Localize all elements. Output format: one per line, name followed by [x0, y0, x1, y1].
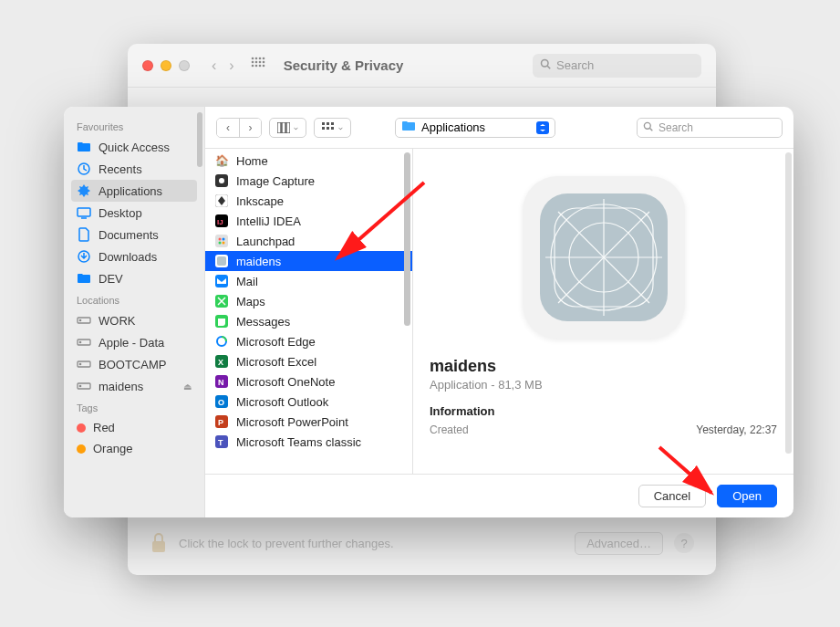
bg-search-placeholder: Search [556, 58, 594, 72]
dialog-search[interactable]: Search [637, 118, 783, 138]
list-item[interactable]: OMicrosoft Outlook [205, 392, 412, 412]
sidebar-label: Orange [93, 442, 132, 455]
help-button[interactable]: ? [674, 533, 694, 553]
svg-rect-32 [322, 127, 325, 130]
close-icon[interactable] [142, 60, 153, 71]
list-item[interactable]: Image Capture [205, 171, 412, 191]
svg-text:O: O [218, 398, 224, 407]
sidebar-tag-orange[interactable]: Orange [64, 438, 204, 459]
disk-icon [77, 379, 91, 393]
window-controls[interactable] [142, 60, 190, 71]
sidebar-scrollbar[interactable] [197, 112, 202, 167]
eject-icon[interactable]: ⏏ [183, 381, 192, 392]
list-item[interactable]: Inkscape [205, 191, 412, 211]
svg-point-7 [262, 60, 264, 63]
clock-icon [77, 162, 91, 176]
sidebar-label: BOOTCAMP [99, 358, 166, 371]
list-item[interactable]: IJIntelliJ IDEA [205, 211, 412, 231]
grid-icon[interactable] [251, 57, 265, 75]
sidebar-label: Apple - Data [99, 336, 164, 350]
dialog-toolbar: ‹ › ⌵ ⌵ Applications Search [205, 107, 793, 149]
list-item[interactable]: 🏠Home [205, 151, 412, 171]
sidebar-label: DEV [99, 272, 123, 286]
sidebar-item-documents[interactable]: Documents [64, 224, 204, 246]
sidebar-label: maidens [99, 380, 143, 393]
svg-rect-31 [331, 122, 334, 125]
bg-search[interactable]: Search [533, 54, 701, 78]
list-item[interactable]: NMicrosoft OneNote [205, 371, 412, 392]
svg-point-21 [79, 341, 80, 342]
list-label: Inkscape [236, 194, 284, 208]
app-icon [214, 274, 229, 288]
app-icon [214, 173, 229, 188]
list-label: Microsoft Edge [236, 335, 316, 349]
sidebar-label: Desktop [99, 206, 142, 220]
list-item[interactable]: PMicrosoft PowerPoint [205, 412, 412, 432]
sidebar-label: Recents [99, 162, 142, 176]
sidebar-item-quick-access[interactable]: Quick Access [64, 136, 204, 158]
list-item[interactable]: Messages [205, 311, 412, 331]
minimize-icon[interactable] [161, 60, 171, 71]
list-scrollbar[interactable] [404, 152, 410, 326]
disk-icon [77, 335, 91, 350]
cancel-button[interactable]: Cancel [638, 485, 706, 507]
svg-line-36 [650, 128, 653, 131]
lock-icon[interactable] [150, 532, 168, 554]
apps-icon [77, 183, 91, 198]
sidebar-item-applications[interactable]: Applications [71, 180, 197, 202]
back-icon[interactable]: ‹ [208, 56, 220, 76]
list-item[interactable]: XMicrosoft Excel [205, 351, 412, 371]
sidebar-item-downloads[interactable]: Downloads [64, 246, 204, 267]
list-label: Microsoft Outlook [236, 395, 328, 409]
app-icon [214, 294, 229, 308]
open-button[interactable]: Open [717, 485, 777, 507]
svg-rect-16 [78, 208, 90, 216]
sidebar-item-apple-data[interactable]: Apple - Data [64, 331, 204, 353]
sidebar-item-recents[interactable]: Recents [64, 158, 204, 180]
forward-button[interactable]: › [239, 119, 261, 137]
sidebar-item-bootcamp[interactable]: BOOTCAMP [64, 353, 204, 375]
list-item[interactable]: TMicrosoft Teams classic [205, 432, 412, 452]
preview-scrollbar[interactable] [785, 152, 792, 454]
sidebar-item-dev[interactable]: DEV [64, 267, 204, 289]
app-icon [214, 334, 229, 349]
forward-icon[interactable]: › [225, 56, 237, 76]
app-icon: IJ [214, 214, 229, 228]
svg-point-23 [79, 363, 80, 364]
svg-point-2 [258, 57, 261, 59]
svg-text:X: X [218, 358, 223, 367]
view-columns-button[interactable]: ⌵ [269, 118, 306, 138]
columns-icon [277, 122, 290, 133]
svg-rect-26 [277, 122, 281, 133]
svg-point-46 [223, 242, 225, 245]
sidebar-label: Applications [99, 184, 162, 198]
list-item[interactable]: Mail [205, 271, 412, 291]
list-item[interactable]: Microsoft Edge [205, 331, 412, 351]
section-favourites: Favourites [64, 116, 204, 136]
app-icon: N [214, 374, 229, 389]
advanced-button[interactable]: Advanced… [575, 532, 663, 555]
sidebar-item-desktop[interactable]: Desktop [64, 202, 204, 224]
back-button[interactable]: ‹ [217, 119, 239, 137]
list-item[interactable]: Maps [205, 291, 412, 311]
list-item[interactable]: Launchpad [205, 231, 412, 251]
zoom-icon[interactable] [179, 60, 190, 71]
search-icon [643, 121, 653, 134]
view-options-button[interactable]: ⌵ [314, 118, 351, 138]
preview-name: maidens [430, 357, 777, 376]
location-label: Applications [421, 120, 485, 134]
sidebar-item-work[interactable]: WORK [64, 309, 204, 331]
svg-rect-30 [327, 122, 329, 125]
chevron-down-icon: ⌵ [338, 123, 343, 131]
svg-rect-14 [152, 541, 165, 552]
list-label: maidens [236, 255, 281, 268]
file-list[interactable]: 🏠Home Image Capture Inkscape IJIntelliJ … [205, 149, 413, 474]
sidebar-tag-red[interactable]: Red [64, 417, 204, 438]
location-popup[interactable]: Applications [395, 118, 555, 138]
app-icon: 🏠 [214, 153, 229, 168]
sidebar-label: Red [93, 421, 115, 434]
sidebar-item-maidens-disk[interactable]: maidens⏏ [64, 375, 204, 397]
svg-rect-33 [327, 127, 329, 130]
folder-icon [401, 119, 416, 136]
list-item-maidens[interactable]: maidens [205, 251, 412, 271]
